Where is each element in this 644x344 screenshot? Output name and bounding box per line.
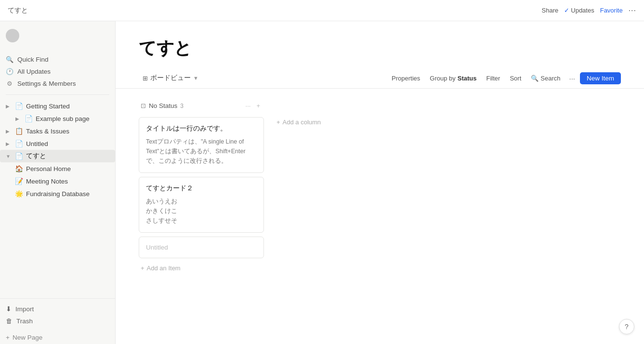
page-icon: 📄 — [14, 139, 23, 148]
sidebar-item-all-updates[interactable]: 🕐 All Updates — [0, 66, 115, 78]
column-more-button[interactable]: ··· — [244, 101, 253, 110]
card-3[interactable]: Untitled — [139, 237, 264, 258]
home-icon: 🏠 — [14, 164, 23, 173]
sidebar-item-example-sub[interactable]: ▶ 📄 Example sub page — [0, 112, 115, 125]
sidebar-item-quick-find[interactable]: 🔍 Quick Find — [0, 53, 115, 66]
sidebar-item-import[interactable]: ⬇ Import — [0, 303, 115, 315]
board-column-no-status: ⊡ No Status 3 ··· + タイトルは一行のみです。 Textプロパ… — [139, 98, 264, 274]
page-header: てすと — [116, 21, 644, 68]
column-icon: ⊡ — [141, 102, 146, 109]
card-1-body: Textプロパティは、"A single Line of Text"とは書いてあ… — [146, 137, 257, 166]
chevron-down-icon: ▼ — [193, 75, 198, 81]
chevron-right-icon: ▶ — [6, 104, 12, 109]
search-button[interactable]: 🔍 Search — [527, 73, 564, 84]
sidebar-item-personal-home[interactable]: ▶ 🏠 Personal Home — [0, 162, 115, 175]
check-icon: ✓ — [564, 7, 569, 14]
sidebar-item-untitled[interactable]: ▶ 📄 Untitled — [0, 137, 115, 150]
avatar — [6, 29, 19, 42]
card-1[interactable]: タイトルは一行のみです。 Textプロパティは、"A single Line o… — [139, 117, 264, 173]
toolbar-more-button[interactable]: ··· — [566, 72, 578, 84]
tasks-icon: 📋 — [14, 127, 23, 135]
new-page-button[interactable]: + New Page — [0, 331, 115, 344]
chevron-right-icon: ▶ — [6, 129, 12, 134]
topbar: てすと Share ✓ Updates Favorite ··· — [0, 0, 644, 21]
plus-icon: + — [276, 119, 280, 126]
properties-button[interactable]: Properties — [388, 73, 424, 84]
new-item-button[interactable]: New Item — [580, 72, 621, 84]
column-add-button[interactable]: + — [254, 101, 262, 110]
card-1-title: タイトルは一行のみです。 — [146, 124, 257, 133]
sidebar-item-tasks[interactable]: ▶ 📋 Tasks & Issues — [0, 125, 115, 137]
sidebar-bottom: ⬇ Import 🗑 Trash — [0, 298, 115, 331]
group-by-button[interactable]: Group by Status — [426, 73, 480, 84]
more-button[interactable]: ··· — [629, 6, 636, 15]
add-column-button[interactable]: + Add a column — [272, 116, 326, 129]
page-icon: 📄 — [14, 102, 23, 110]
content-area: てすと ⊞ ボードビュー ▼ Properties Group by Statu… — [116, 21, 644, 344]
plus-icon: + — [6, 334, 10, 341]
share-button[interactable]: Share — [542, 7, 559, 14]
database-icon: 🌟 — [14, 189, 23, 198]
topbar-actions: Share ✓ Updates Favorite ··· — [542, 6, 636, 15]
updates-button[interactable]: ✓ Updates — [564, 7, 594, 14]
sidebar-divider — [6, 94, 109, 95]
chevron-right-icon: ▶ — [6, 141, 12, 146]
column-header: ⊡ No Status 3 ··· + — [139, 98, 264, 113]
topbar-title: てすと — [8, 6, 28, 15]
sidebar-top-nav: 🔍 Quick Find 🕐 All Updates ⚙ Settings & … — [0, 52, 115, 92]
column-header-actions: ··· + — [244, 101, 262, 110]
import-icon: ⬇ — [6, 305, 12, 313]
page-title: てすと — [139, 37, 621, 60]
sidebar-item-getting-started[interactable]: ▶ 📄 Getting Started — [0, 100, 115, 112]
main-layout: 🔍 Quick Find 🕐 All Updates ⚙ Settings & … — [0, 21, 644, 344]
page-icon: 📄 — [14, 152, 23, 160]
card-2-body: あいうえおかきくけこさしすせそ — [146, 197, 257, 225]
clock-icon: 🕐 — [6, 68, 13, 75]
sidebar-item-tesuto[interactable]: ▼ 📄 てすと — [0, 150, 115, 162]
board-view-button[interactable]: ⊞ ボードビュー ▼ — [139, 72, 202, 84]
board-icon: ⊞ — [143, 75, 148, 82]
chevron-right-icon: ▶ — [15, 116, 21, 121]
gear-icon: ⚙ — [6, 80, 13, 87]
sidebar-item-fundraising[interactable]: ▶ 🌟 Fundraising Database — [0, 187, 115, 200]
sidebar-pages: ▶ 📄 Getting Started ▶ 📄 Example sub page… — [0, 98, 115, 202]
card-2-title: てすとカード２ — [146, 184, 257, 193]
sidebar: 🔍 Quick Find 🕐 All Updates ⚙ Settings & … — [0, 21, 116, 344]
chevron-down-icon: ▼ — [6, 154, 12, 159]
card-2[interactable]: てすとカード２ あいうえおかきくけこさしすせそ — [139, 177, 264, 233]
card-3-title: Untitled — [146, 244, 257, 251]
notes-icon: 📝 — [14, 177, 23, 185]
sidebar-item-trash[interactable]: 🗑 Trash — [0, 315, 115, 327]
sidebar-item-meeting-notes[interactable]: ▶ 📝 Meeting Notes — [0, 175, 115, 187]
favorite-button[interactable]: Favorite — [600, 7, 623, 14]
board-area: ⊡ No Status 3 ··· + タイトルは一行のみです。 Textプロパ… — [116, 89, 644, 344]
filter-button[interactable]: Filter — [483, 73, 504, 84]
add-item-button[interactable]: + Add an Item — [139, 262, 264, 274]
sort-button[interactable]: Sort — [506, 73, 525, 84]
trash-icon: 🗑 — [6, 318, 13, 325]
help-button[interactable]: ? — [619, 319, 634, 334]
search-icon: 🔍 — [531, 75, 539, 82]
sidebar-item-settings[interactable]: ⚙ Settings & Members — [0, 78, 115, 90]
board-toolbar: ⊞ ボードビュー ▼ Properties Group by Status Fi… — [116, 68, 644, 89]
search-icon: 🔍 — [6, 56, 13, 63]
page-icon: 📄 — [24, 114, 33, 123]
plus-icon: + — [141, 265, 145, 272]
